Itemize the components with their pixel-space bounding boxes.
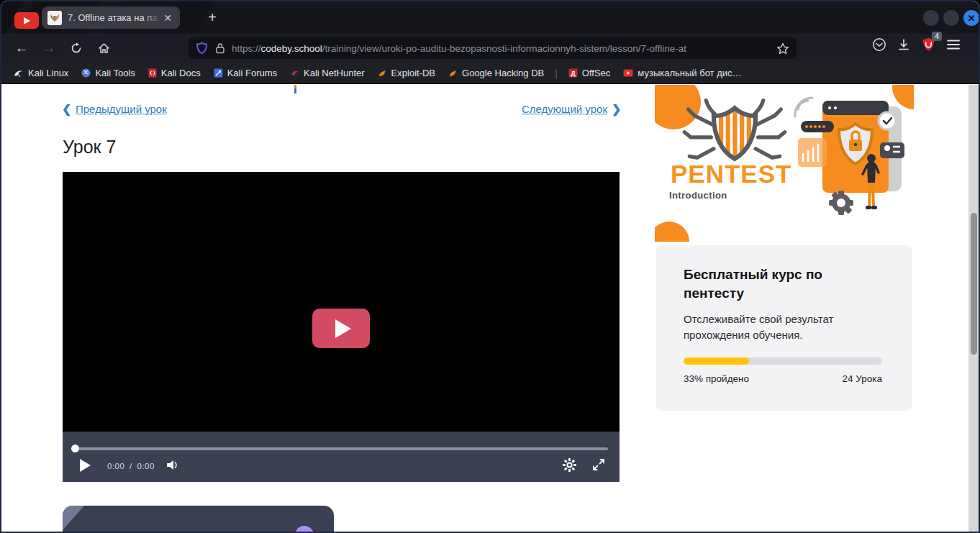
page-content: ❮ Предыдущий урок Следующий урок ❯ Урок … bbox=[1, 85, 979, 533]
extension-badge: 4 bbox=[932, 32, 942, 41]
brand-title: PENTEST bbox=[671, 160, 791, 188]
titlebar: 7. Offline атака на пароли ✕ + ✕ bbox=[1, 1, 979, 34]
bookmarks-toolbar: Kali Linux Kali Tools Kali Docs Kali For… bbox=[1, 63, 979, 84]
ghdb-bird-icon bbox=[448, 69, 458, 78]
url-domain: codeby.school bbox=[261, 43, 322, 54]
window-minimize-button[interactable] bbox=[923, 10, 939, 26]
bookmark-exploit-db[interactable]: Exploit-DB bbox=[373, 65, 440, 81]
video-seek-handle[interactable] bbox=[71, 445, 79, 452]
bookmark-kali-linux[interactable]: Kali Linux bbox=[9, 65, 73, 81]
bookmark-kali-docs[interactable]: Kali Docs bbox=[143, 65, 206, 81]
pentest-spider-logo bbox=[681, 98, 789, 164]
kali-docs-icon bbox=[148, 68, 157, 78]
lesson-title: Урок 7 bbox=[63, 137, 116, 158]
prev-lesson-link[interactable]: Предыдущий урок bbox=[76, 103, 167, 115]
card-title: Бесплатный курс по пентесту bbox=[684, 265, 885, 302]
new-tab-button[interactable]: + bbox=[203, 8, 222, 27]
card-description: Отслеживайте свой результат прохождения … bbox=[684, 311, 878, 343]
url-protocol: https:// bbox=[232, 43, 261, 54]
kali-dragon-icon bbox=[14, 69, 24, 78]
video-player[interactable]: 0:00 / 0:00 bbox=[63, 172, 620, 482]
prev-lesson-chevron[interactable]: ❮ bbox=[62, 102, 71, 116]
video-seek-bar[interactable] bbox=[74, 447, 608, 450]
active-tab[interactable]: 7. Offline атака на пароли ✕ bbox=[42, 6, 180, 29]
bookmarks-separator: | bbox=[552, 68, 561, 79]
exploit-db-bird-icon bbox=[378, 69, 387, 78]
reload-icon bbox=[71, 42, 82, 54]
clipped-heading-fragment bbox=[294, 85, 296, 94]
downloads-icon[interactable] bbox=[897, 37, 911, 52]
bookmark-kali-nethunter[interactable]: Kali NetHunter bbox=[285, 65, 370, 81]
url-text: https://codeby.school/training/view/urok… bbox=[232, 43, 756, 54]
tab-close-button[interactable]: ✕ bbox=[161, 12, 174, 24]
site-favicon-owl bbox=[47, 11, 62, 25]
bookmark-offsec[interactable]: Д OffSec bbox=[563, 65, 616, 81]
window-maximize-button[interactable] bbox=[943, 10, 959, 26]
offsec-icon: Д bbox=[568, 68, 578, 78]
url-path: /training/view/uroki-po-auditu-bezopasno… bbox=[322, 43, 686, 54]
chat-corner-accent bbox=[63, 506, 84, 530]
svg-text:Д: Д bbox=[571, 70, 575, 77]
pocket-icon[interactable] bbox=[872, 37, 886, 52]
video-time-display: 0:00 / 0:00 bbox=[107, 462, 155, 470]
bookmark-kali-tools[interactable]: Kali Tools bbox=[76, 65, 140, 81]
url-bar[interactable]: https://codeby.school/training/view/urok… bbox=[189, 37, 797, 59]
progress-percent-label: 33% пройдено bbox=[684, 373, 749, 384]
bookmark-star-icon[interactable] bbox=[776, 42, 789, 55]
course-progress-fill bbox=[684, 357, 749, 365]
kali-forums-icon bbox=[214, 68, 223, 78]
menu-hamburger-icon[interactable] bbox=[946, 38, 961, 51]
bookmark-music-bot[interactable]: музыкальный бот дис… bbox=[618, 65, 746, 81]
home-button[interactable] bbox=[92, 38, 115, 58]
course-progress-track bbox=[684, 357, 882, 365]
course-banner: PENTEST Introduction bbox=[655, 85, 914, 242]
page-scrollbar-thumb[interactable] bbox=[971, 213, 977, 355]
course-progress-card: Бесплатный курс по пентесту Отслеживайте… bbox=[656, 245, 912, 411]
chat-bubble-icon[interactable] bbox=[291, 524, 317, 533]
fullscreen-icon[interactable] bbox=[592, 458, 605, 471]
pinned-tab-youtube[interactable] bbox=[14, 12, 39, 29]
video-big-play-button[interactable] bbox=[312, 309, 370, 348]
lock-icon bbox=[215, 42, 225, 54]
ublock-extension-button[interactable]: 4 bbox=[921, 37, 936, 52]
settings-gear-icon[interactable] bbox=[562, 457, 577, 473]
play-icon bbox=[80, 459, 91, 472]
course-chat-panel[interactable]: Чат курса bbox=[63, 506, 334, 533]
next-lesson-link[interactable]: Следующий урок bbox=[522, 103, 607, 115]
youtube-icon bbox=[623, 69, 633, 77]
kali-nethunter-icon bbox=[290, 68, 299, 78]
toolbar-right-icons: 4 bbox=[872, 37, 961, 52]
next-lesson-chevron[interactable]: ❯ bbox=[612, 102, 621, 116]
youtube-play-icon bbox=[24, 17, 30, 24]
bookmark-google-hacking-db[interactable]: Google Hacking DB bbox=[443, 65, 549, 81]
reload-button[interactable] bbox=[65, 38, 88, 58]
window-close-button[interactable]: ✕ bbox=[963, 10, 979, 26]
bookmark-kali-forums[interactable]: Kali Forums bbox=[209, 65, 282, 81]
security-illustration bbox=[788, 91, 912, 224]
brand-subtitle: Introduction bbox=[669, 190, 727, 201]
video-control-bar: 0:00 / 0:00 bbox=[63, 432, 620, 482]
banner-orange-circle-bottomleft bbox=[655, 222, 689, 242]
home-icon bbox=[98, 42, 110, 54]
forward-button[interactable]: → bbox=[37, 38, 60, 58]
kali-tools-icon bbox=[81, 68, 91, 78]
tracking-protection-shield-icon[interactable] bbox=[196, 42, 208, 55]
lessons-count-label: 24 Урока bbox=[843, 373, 882, 384]
play-triangle-icon bbox=[335, 319, 351, 338]
video-play-button[interactable] bbox=[80, 459, 91, 472]
volume-icon[interactable] bbox=[165, 458, 180, 472]
chat-title: Чат курса bbox=[91, 529, 139, 533]
tab-title-fade bbox=[142, 12, 161, 24]
browser-window: 7. Offline атака на пароли ✕ + ✕ ← → bbox=[0, 0, 980, 533]
back-button[interactable]: ← bbox=[10, 38, 33, 58]
